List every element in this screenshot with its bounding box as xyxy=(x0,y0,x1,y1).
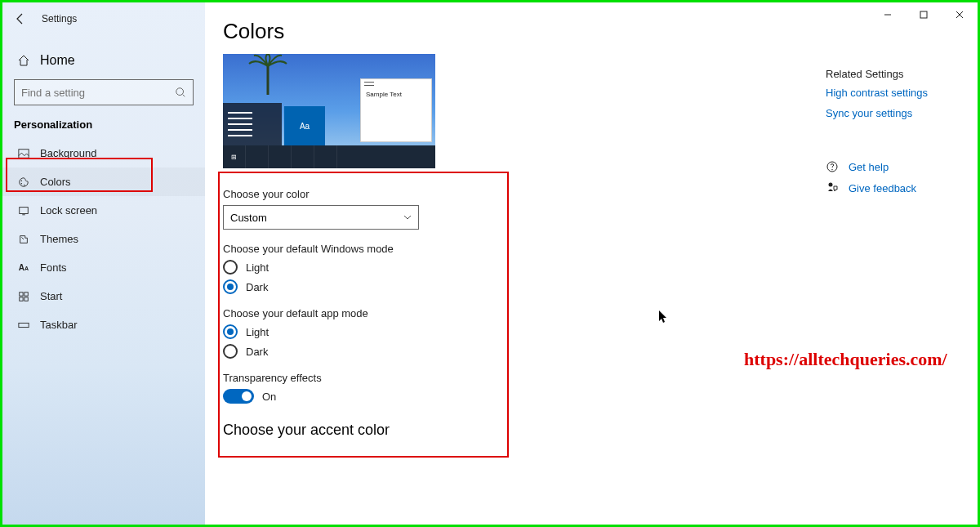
sidebar-item-label: Start xyxy=(40,290,62,302)
sidebar-item-label: Taskbar xyxy=(40,319,78,331)
svg-rect-9 xyxy=(20,297,23,300)
toggle-value: On xyxy=(262,391,276,403)
search-icon xyxy=(175,87,186,98)
chevron-down-icon xyxy=(403,213,412,221)
home-button[interactable]: Home xyxy=(2,45,205,76)
svg-rect-10 xyxy=(24,297,28,300)
transparency-toggle[interactable] xyxy=(223,389,254,404)
themes-icon xyxy=(17,234,30,245)
home-label: Home xyxy=(40,53,75,68)
accent-color-title: Choose your accent color xyxy=(223,422,978,439)
radio-label: Dark xyxy=(246,281,268,293)
image-icon xyxy=(17,148,30,159)
sync-settings-link[interactable]: Sync your settings xyxy=(826,107,964,119)
get-help-link[interactable]: Get help xyxy=(849,161,889,173)
page-title: Colors xyxy=(205,2,978,54)
sidebar-item-fonts[interactable]: AA Fonts xyxy=(2,253,205,282)
window-controls xyxy=(870,2,978,27)
sidebar-item-label: Colors xyxy=(40,176,71,188)
color-preview: Aa Sample Text ⊞ xyxy=(223,54,435,168)
transparency-label: Transparency effects xyxy=(223,372,697,384)
sidebar-item-label: Themes xyxy=(40,233,78,245)
related-settings-panel: Related Settings High contrast settings … xyxy=(826,68,964,194)
windows-mode-label: Choose your default Windows mode xyxy=(223,243,697,255)
palette-icon xyxy=(17,176,30,188)
taskbar-icon xyxy=(17,319,30,331)
app-title: Settings xyxy=(42,13,77,25)
feedback-icon xyxy=(826,181,840,194)
svg-rect-7 xyxy=(20,292,23,295)
main-content: Colors Aa Sample Text ⊞ Choose your colo… xyxy=(205,2,978,525)
fonts-icon: AA xyxy=(17,263,30,272)
svg-point-4 xyxy=(24,184,24,185)
svg-point-3 xyxy=(21,183,22,184)
sidebar-item-taskbar[interactable]: Taskbar xyxy=(2,310,205,339)
svg-point-2 xyxy=(21,180,22,181)
search-box[interactable] xyxy=(14,79,194,105)
minimize-button[interactable] xyxy=(870,2,906,27)
sidebar-item-label: Background xyxy=(40,147,96,159)
watermark-text: https://alltechqueries.com/ xyxy=(744,349,947,370)
sidebar-item-themes[interactable]: Themes xyxy=(2,225,205,253)
svg-rect-11 xyxy=(19,323,29,327)
maximize-button[interactable] xyxy=(906,2,942,27)
windows-mode-dark-radio[interactable]: Dark xyxy=(223,279,697,294)
sidebar-item-lockscreen[interactable]: Lock screen xyxy=(2,196,205,225)
svg-rect-8 xyxy=(24,292,28,295)
high-contrast-link[interactable]: High contrast settings xyxy=(826,87,964,99)
svg-rect-6 xyxy=(22,214,25,215)
svg-rect-1 xyxy=(19,149,29,158)
related-settings-title: Related Settings xyxy=(826,68,964,80)
radio-label: Dark xyxy=(246,346,268,358)
radio-label: Light xyxy=(246,326,269,338)
sidebar-item-start[interactable]: Start xyxy=(2,282,205,310)
give-feedback-link[interactable]: Give feedback xyxy=(849,182,916,194)
svg-rect-5 xyxy=(20,207,29,213)
svg-point-0 xyxy=(176,88,184,96)
category-label: Personalization xyxy=(2,105,205,139)
preview-tile: Aa xyxy=(284,106,325,145)
svg-rect-12 xyxy=(920,11,927,18)
svg-point-14 xyxy=(831,169,832,170)
start-icon xyxy=(17,291,30,302)
choose-color-label: Choose your color xyxy=(223,188,697,200)
app-mode-dark-radio[interactable]: Dark xyxy=(223,344,697,359)
help-icon xyxy=(826,160,840,173)
sidebar-item-background[interactable]: Background xyxy=(2,139,205,167)
sidebar-item-label: Fonts xyxy=(40,261,67,274)
app-mode-light-radio[interactable]: Light xyxy=(223,324,697,339)
windows-mode-light-radio[interactable]: Light xyxy=(223,260,697,275)
sidebar-item-colors[interactable]: Colors xyxy=(2,167,205,196)
app-mode-label: Choose your default app mode xyxy=(223,307,697,319)
close-button[interactable] xyxy=(942,2,978,27)
back-button[interactable] xyxy=(11,9,30,29)
sidebar: Settings Home Personalization Background… xyxy=(2,2,205,525)
lockscreen-icon xyxy=(17,205,30,217)
sidebar-item-label: Lock screen xyxy=(40,204,97,217)
search-input[interactable] xyxy=(21,87,175,99)
dropdown-value: Custom xyxy=(230,212,267,224)
preview-sample-text: Sample Text xyxy=(361,87,431,98)
home-icon xyxy=(17,54,30,67)
radio-label: Light xyxy=(246,261,269,274)
color-mode-dropdown[interactable]: Custom xyxy=(223,205,419,230)
svg-point-15 xyxy=(829,183,833,187)
